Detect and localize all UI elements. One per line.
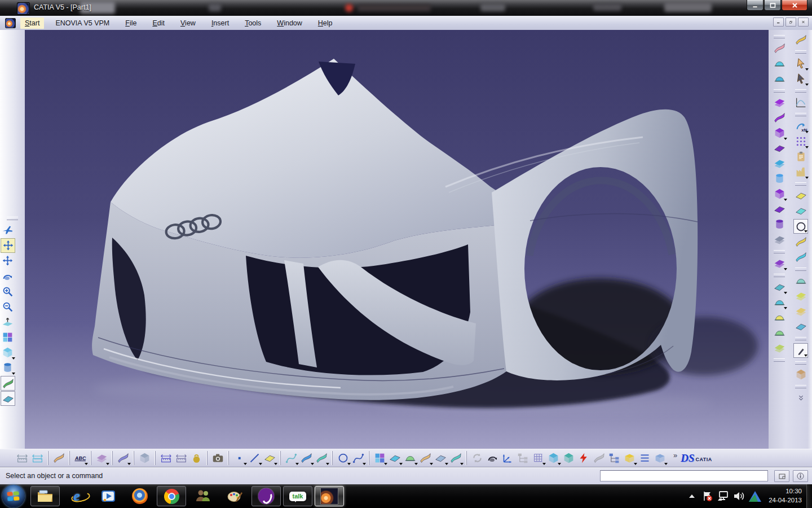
datum-dimension-icon[interactable]	[15, 450, 30, 466]
power-input-field[interactable]	[600, 470, 768, 481]
taskbar-explorer-button[interactable]	[30, 486, 60, 506]
pan-icon[interactable]	[0, 253, 15, 269]
extrapolate-icon[interactable]	[772, 279, 787, 295]
bump-deform-icon[interactable]	[772, 310, 787, 325]
select-icon[interactable]	[793, 56, 809, 71]
shape-morphing-icon[interactable]	[772, 295, 787, 310]
menu-enovia[interactable]: ENOVIA V5 VPM	[51, 17, 114, 29]
toolbar-separator[interactable]	[46, 451, 50, 465]
taskbar-paint-button[interactable]	[220, 486, 249, 506]
maximize-button[interactable]	[764, 0, 781, 11]
google-drive-icon[interactable]	[748, 489, 762, 503]
catalog-icon[interactable]	[652, 450, 668, 466]
manipulation-icon[interactable]	[485, 450, 500, 466]
show-desktop-button[interactable]	[806, 484, 812, 508]
toolbar-grab-handle[interactable]	[795, 182, 806, 186]
rotate-icon[interactable]	[0, 269, 15, 284]
taskbar-firefox-button[interactable]	[125, 486, 155, 506]
toolbar-separator[interactable]	[330, 451, 334, 465]
menu-edit[interactable]: Edit	[148, 17, 169, 29]
text-with-leader-icon[interactable]: ABC	[73, 450, 88, 466]
toolbar-grab-handle[interactable]	[774, 358, 785, 362]
multiple-extract-icon[interactable]	[793, 249, 809, 265]
boundary-icon[interactable]	[793, 219, 808, 234]
update-all-icon[interactable]	[576, 450, 592, 466]
toolbar-separator[interactable]	[205, 451, 209, 465]
measure-item-icon[interactable]	[174, 450, 189, 466]
image-capture-icon[interactable]	[210, 450, 226, 466]
trim-icon[interactable]	[793, 203, 809, 218]
symmetry-icon[interactable]	[387, 450, 403, 466]
measure-between-icon[interactable]	[158, 450, 174, 466]
wrap-surface-icon[interactable]	[772, 340, 787, 356]
volume-revolve-icon[interactable]	[772, 202, 787, 217]
offset-transform-icon[interactable]	[403, 450, 418, 466]
toolbar-separator[interactable]	[111, 451, 114, 465]
toolbar-separator[interactable]	[465, 451, 469, 465]
multi-select-icon[interactable]	[793, 71, 809, 86]
mdi-restore-button[interactable]	[785, 17, 796, 27]
toolbar-separator[interactable]	[68, 451, 72, 465]
support-box-icon[interactable]	[546, 450, 561, 466]
zoom-out-icon[interactable]	[0, 299, 15, 314]
workbench-icon[interactable]	[793, 32, 809, 47]
doc-info-button[interactable]	[793, 470, 808, 482]
toolbar-separator[interactable]	[227, 451, 231, 465]
isometric-view-icon[interactable]	[0, 345, 15, 360]
show-hidden-icons-button[interactable]	[685, 489, 699, 503]
title-bar[interactable]: CATIA V5 - [Part1]	[0, 0, 812, 16]
rotate-transform-icon[interactable]	[418, 450, 433, 466]
axis-system-icon[interactable]	[500, 450, 515, 466]
taskbar-catia-button[interactable]	[315, 486, 344, 506]
translate-icon[interactable]	[433, 450, 448, 466]
normal-view-icon[interactable]	[0, 314, 15, 330]
point-icon[interactable]	[232, 450, 247, 466]
exchange-icon[interactable]	[592, 450, 607, 466]
close-button[interactable]	[782, 0, 807, 11]
measure-inertia-icon[interactable]	[189, 450, 204, 466]
sketcher-icon[interactable]	[793, 343, 808, 358]
rectangular-pattern-icon[interactable]	[372, 450, 387, 466]
spline-icon[interactable]	[351, 450, 366, 466]
render-style-icon[interactable]	[0, 360, 15, 375]
toolbar-grab-handle[interactable]	[7, 217, 18, 220]
toolbar-grab-handle[interactable]	[795, 89, 806, 93]
thick-surface-icon[interactable]	[772, 125, 787, 141]
projection-icon[interactable]	[793, 319, 809, 334]
mdi-close-button[interactable]	[798, 17, 809, 27]
taskbar-bittorrent-button[interactable]	[251, 486, 281, 506]
3d-viewport-canvas[interactable]	[25, 30, 769, 449]
offset-surface-icon[interactable]	[772, 95, 787, 110]
line-icon[interactable]	[247, 450, 262, 466]
historical-graph-icon[interactable]	[637, 450, 652, 466]
repeat-object-icon[interactable]: xN	[793, 119, 809, 134]
wrap-curve-icon[interactable]	[772, 325, 787, 340]
toolbar-separator[interactable]	[89, 451, 93, 465]
toolbar-grab-handle[interactable]	[795, 268, 806, 271]
length-dimension-icon[interactable]	[30, 450, 45, 466]
toolbar-grab-handle[interactable]	[774, 35, 785, 38]
update-icon[interactable]	[470, 450, 485, 466]
circle-icon[interactable]	[336, 450, 351, 466]
intersection-icon[interactable]	[299, 450, 314, 466]
join-icon[interactable]	[772, 256, 787, 271]
menu-view[interactable]: View	[176, 17, 200, 29]
zoom-in-icon[interactable]	[0, 284, 15, 299]
toolbar-grab-handle[interactable]	[774, 250, 785, 253]
toolbar-grab-handle[interactable]	[795, 113, 806, 116]
projection-curve-icon[interactable]	[314, 450, 329, 466]
volume-extrude-icon[interactable]	[772, 186, 787, 202]
toolbar-separator[interactable]	[279, 451, 283, 465]
catalog-instantiate-icon[interactable]	[793, 164, 809, 179]
parents-children-icon[interactable]	[607, 450, 622, 466]
start-button[interactable]	[2, 485, 25, 507]
toolbar-grab-handle[interactable]	[795, 50, 806, 54]
curve-analysis-icon[interactable]	[793, 95, 809, 110]
menu-insert[interactable]: Insert	[207, 17, 233, 29]
toolbar-separator[interactable]	[132, 451, 136, 465]
grid-points-icon[interactable]	[793, 134, 809, 149]
expand-dialog-button[interactable]	[774, 470, 789, 482]
menu-tools[interactable]: Tools	[240, 17, 266, 29]
taskbar-ie-button[interactable]: e	[62, 486, 91, 506]
multi-view-icon[interactable]	[0, 330, 15, 345]
